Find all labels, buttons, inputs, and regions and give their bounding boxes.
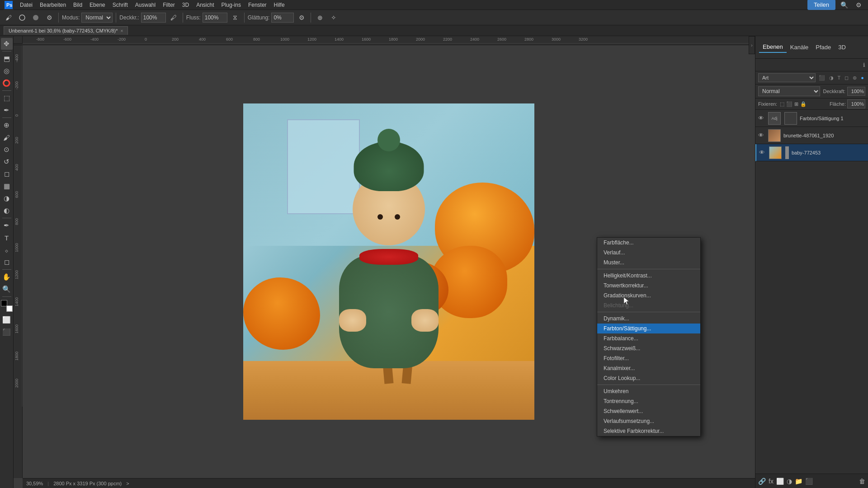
brush-tool[interactable]: 🖌 — [1, 131, 13, 143]
gradient-tool[interactable]: ▦ — [1, 180, 13, 192]
layer-item-2[interactable]: 👁 baby-772453 — [755, 144, 868, 161]
share-button[interactable]: Teilen — [807, 0, 835, 10]
extra-btn[interactable]: ✧ — [328, 12, 340, 23]
dropdown-schwarzweiss[interactable]: Schwarzweiß... — [597, 343, 700, 353]
panel-info-icon[interactable]: ℹ — [863, 62, 865, 68]
opacity-input[interactable] — [847, 87, 865, 96]
menu-auswahl[interactable]: Auswahl — [132, 1, 159, 9]
layer-visibility-0[interactable]: 👁 — [758, 115, 765, 122]
dropdown-selektive-farbkorrektur[interactable]: Selektive Farbkorrektur... — [597, 426, 700, 436]
new-group-btn[interactable]: 📁 — [795, 478, 802, 485]
flow-btn[interactable]: ⧖ — [229, 12, 241, 23]
type-tool[interactable]: T — [1, 232, 13, 244]
layer-item-0[interactable]: 👁 Adj Farbton/Sättigung 1 — [755, 110, 868, 127]
symmetry-btn[interactable]: ⊕ — [314, 12, 326, 23]
historybrush-tool[interactable]: ↺ — [1, 156, 13, 168]
airbrush-btn[interactable]: 🖋 — [168, 12, 179, 23]
file-tab-active[interactable]: Unbenannt-1 bei 30,6% (baby-772453, CMYK… — [4, 26, 128, 35]
layer-smart-filter[interactable]: ⊛ — [851, 74, 858, 82]
heal-tool[interactable]: ⊕ — [1, 119, 13, 131]
panel-collapse-btn[interactable]: › — [749, 36, 755, 54]
tool-hardness-btn[interactable] — [30, 12, 42, 23]
menu-ebene[interactable]: Ebene — [86, 1, 109, 9]
color-swatch[interactable] — [1, 300, 13, 312]
dropdown-verlauf[interactable]: Verlauf... — [597, 248, 700, 258]
lock-artboard-btn[interactable]: ⊞ — [794, 101, 798, 107]
tab-3d[interactable]: 3D — [835, 42, 849, 52]
quickselect-tool[interactable]: ⭕ — [1, 77, 13, 89]
status-arrow[interactable]: > — [126, 481, 129, 486]
menu-bild[interactable]: Bild — [70, 1, 86, 9]
fluss-input[interactable] — [203, 13, 227, 23]
menu-3d[interactable]: 3D — [179, 1, 193, 9]
tool-options-btn[interactable]: ⚙ — [43, 12, 55, 23]
hand-tool[interactable]: ✋ — [1, 271, 13, 283]
dropdown-farbbalance[interactable]: Farbbalance... — [597, 333, 700, 343]
menu-ansicht[interactable]: Ansicht — [193, 1, 217, 9]
menu-hilfe[interactable]: Hilfe — [270, 1, 288, 9]
layer-pixel-filter[interactable]: ⬛ — [817, 74, 826, 82]
menu-filter[interactable]: Filter — [159, 1, 179, 9]
dropdown-schwellenwert[interactable]: Schwellenwert... — [597, 406, 700, 416]
tool-size-btn[interactable] — [16, 12, 28, 23]
dropdown-farbton-sattigung[interactable]: Farbton/Sättigung... — [597, 324, 700, 333]
dropdown-umkehren[interactable]: Umkehren — [597, 386, 700, 396]
dropdown-farbflache[interactable]: Farbfläche... — [597, 238, 700, 248]
new-adj-btn[interactable]: ◑ — [787, 478, 792, 485]
link-layers-btn[interactable]: 🔗 — [758, 478, 766, 485]
dropdown-fotofilter[interactable]: Fotofilter... — [597, 353, 700, 363]
dropdown-gradation[interactable]: Gradationskurven... — [597, 291, 700, 300]
lock-pos-btn[interactable]: ⬚ — [780, 101, 784, 107]
screenmode-tool[interactable]: ⬛ — [1, 326, 13, 338]
zoom-tool[interactable]: 🔍 — [1, 283, 13, 295]
layer-type-select[interactable]: Art — [758, 73, 816, 82]
layer-shape-filter[interactable]: ◻ — [843, 74, 850, 82]
crop-tool[interactable]: ⬚ — [1, 92, 13, 104]
feedback-icon-btn[interactable]: ⚙ — [853, 0, 864, 11]
brush-tool-btn[interactable]: 🖌 — [3, 12, 14, 23]
dropdown-verlaufsumsetzung[interactable]: Verlaufsumsetzung... — [597, 416, 700, 426]
blur-tool[interactable]: ◑ — [1, 192, 13, 204]
layer-item-1[interactable]: 👁 brunette-487061_1920 — [755, 127, 868, 144]
pen-tool[interactable]: ✒ — [1, 220, 13, 231]
modus-dropdown[interactable]: Normal — [81, 13, 113, 23]
quickmask-tool[interactable]: ⬜ — [1, 314, 13, 326]
shape-tool[interactable]: ◻ — [1, 256, 13, 268]
dropdown-helligkeit[interactable]: Helligkeit/Kontrast... — [597, 271, 700, 281]
add-mask-btn[interactable]: ⬜ — [776, 478, 784, 485]
path-tool[interactable]: ⬦ — [1, 244, 13, 256]
dropdown-tonwert[interactable]: Tonwertkorrektur... — [597, 281, 700, 291]
layer-visibility-1[interactable]: 👁 — [758, 132, 765, 139]
dropdown-kanalmixer[interactable]: Kanalmixer... — [597, 363, 700, 373]
menu-fenster[interactable]: Fenster — [245, 1, 270, 9]
dropdown-color-lookup[interactable]: Color Lookup... — [597, 373, 700, 383]
glattung-input[interactable] — [271, 13, 294, 23]
blend-mode-select[interactable]: Normal — [758, 86, 820, 96]
eraser-tool[interactable]: ◻ — [1, 168, 13, 180]
eyedropper-tool[interactable]: ✒ — [1, 104, 13, 116]
dropdown-dynamik[interactable]: Dynamik... — [597, 314, 700, 324]
tab-kanaele[interactable]: Kanäle — [787, 42, 812, 52]
tab-close-btn[interactable]: × — [121, 28, 123, 33]
menu-schrift[interactable]: Schrift — [109, 1, 132, 9]
tab-pfade[interactable]: Pfade — [812, 42, 835, 52]
dropdown-muster[interactable]: Muster... — [597, 258, 700, 267]
layer-filter-toggle[interactable]: ● — [859, 74, 865, 82]
new-layer-btn[interactable]: ⬛ — [805, 478, 813, 485]
add-style-btn[interactable]: fx — [769, 478, 774, 485]
dropdown-tontrennung[interactable]: Tontrennung... — [597, 396, 700, 406]
delete-layer-btn[interactable]: 🗑 — [859, 478, 865, 485]
move-tool[interactable]: ✥ — [1, 38, 13, 50]
flache-input[interactable] — [847, 99, 865, 108]
background-color[interactable] — [6, 305, 13, 312]
layer-visibility-2[interactable]: 👁 — [759, 149, 766, 156]
menu-datei[interactable]: Datei — [16, 1, 36, 9]
menu-bearbeiten[interactable]: Bearbeiten — [36, 1, 70, 9]
lasso-tool[interactable]: ◎ — [1, 65, 13, 77]
marquee-tool[interactable]: ⬒ — [1, 53, 13, 65]
lock-pixel-btn[interactable]: ⬛ — [786, 101, 793, 107]
menu-plugins[interactable]: Plug-ins — [218, 1, 245, 9]
dodge-tool[interactable]: ◐ — [1, 205, 13, 216]
smoothing-settings-btn[interactable]: ⚙ — [296, 12, 307, 23]
deckkraft-input[interactable] — [141, 13, 166, 23]
